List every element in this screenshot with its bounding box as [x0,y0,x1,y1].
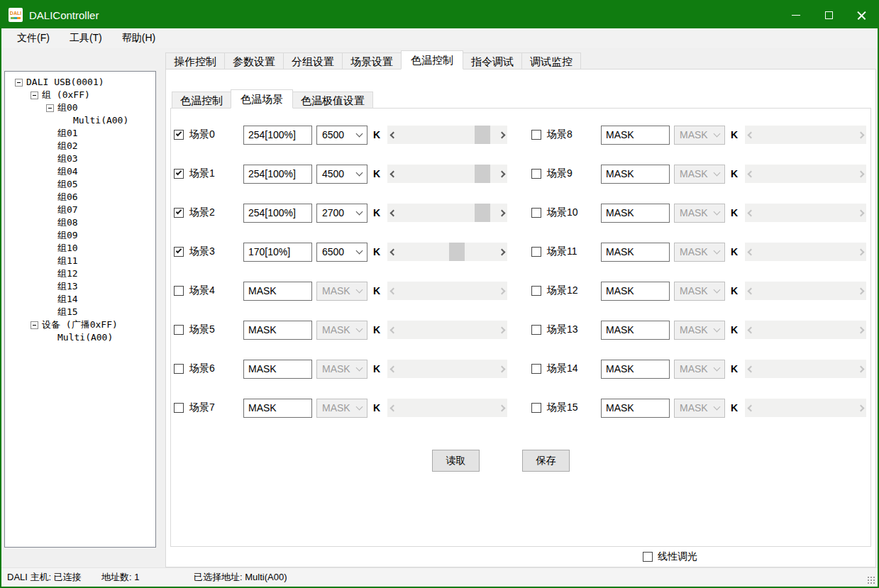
tab-command-debug[interactable]: 指令调试 [463,52,522,70]
tab-operation-control[interactable]: 操作控制 [165,52,225,70]
scene-level-input[interactable] [243,243,312,262]
scene-colortemp-select[interactable]: MASK [674,243,725,262]
scene-colortemp-select[interactable]: 4500 [316,165,367,184]
scene-level-input[interactable] [601,321,670,340]
scrollbar-track[interactable] [399,321,496,339]
scene-level-input[interactable] [243,282,312,301]
scene-enable-checkbox[interactable]: 场景8 [531,128,601,141]
tab-scene-settings[interactable]: 场景设置 [342,52,402,70]
scene-enable-checkbox[interactable]: 场景0 [174,128,243,141]
resize-grip-icon[interactable] [868,577,875,584]
scrollbar-right-button[interactable] [496,204,507,222]
scroll-thumb-handle[interactable] [449,243,465,261]
scrollbar-right-button[interactable] [855,321,866,339]
tree-item[interactable]: 组14 [5,293,155,306]
scrollbar-left-button[interactable] [387,243,399,261]
tree-item[interactable]: 组11 [5,255,155,267]
subtab-color-temp-control[interactable]: 色温控制 [172,91,231,109]
scroll-thumb-handle[interactable] [475,165,490,183]
scrollbar-left-button[interactable] [745,360,756,378]
scrollbar-track[interactable] [399,204,496,222]
device-tree[interactable]: DALI USB(0001)组 (0xFF)组00Multi(A00)组01组0… [4,71,156,548]
tree-item[interactable]: 组13 [5,280,155,293]
scrollbar-track[interactable] [756,165,855,183]
colortemp-scrollbar[interactable] [745,204,866,222]
close-button[interactable] [845,1,878,28]
scene-level-input[interactable] [243,321,312,340]
scene-enable-checkbox[interactable]: 场景2 [174,206,243,219]
colortemp-scrollbar[interactable] [745,282,866,300]
scrollbar-right-button[interactable] [496,321,507,339]
scroll-thumb-handle[interactable] [475,126,490,144]
tree-item[interactable]: DALI USB(0001) [5,76,155,89]
scrollbar-left-button[interactable] [387,204,399,222]
scrollbar-track[interactable] [756,126,855,144]
read-button[interactable]: 读取 [432,450,480,472]
scene-enable-checkbox[interactable]: 场景9 [531,167,601,180]
scrollbar-track[interactable] [756,399,855,417]
colortemp-scrollbar[interactable] [387,360,507,378]
collapse-icon[interactable] [31,91,38,99]
tree-item[interactable]: 组02 [5,140,155,152]
scene-enable-checkbox[interactable]: 场景4 [174,284,243,297]
subtab-color-temp-limits[interactable]: 色温极值设置 [292,91,373,109]
scene-colortemp-select[interactable]: 6500 [316,126,367,145]
scene-enable-checkbox[interactable]: 场景6 [174,362,243,375]
scene-colortemp-select[interactable]: MASK [674,321,725,340]
minimize-button[interactable] [780,1,812,28]
scrollbar-right-button[interactable] [855,282,866,300]
scrollbar-track[interactable] [756,321,855,339]
scrollbar-left-button[interactable] [387,399,399,417]
scene-level-input[interactable] [601,282,670,301]
scene-level-input[interactable] [601,126,670,145]
colortemp-scrollbar[interactable] [387,126,507,144]
scene-enable-checkbox[interactable]: 场景3 [174,245,243,258]
scene-enable-checkbox[interactable]: 场景10 [531,206,601,219]
tree-item[interactable]: 组04 [5,165,155,178]
tree-item[interactable]: 组12 [5,267,155,280]
tree-item[interactable]: 组00 [5,101,155,114]
scene-colortemp-select[interactable]: MASK [674,399,725,418]
tree-item[interactable]: Multi(A00) [5,331,155,344]
tree-item[interactable]: 组 (0xFF) [5,89,155,101]
scrollbar-track[interactable] [399,243,496,261]
scene-colortemp-select[interactable]: MASK [674,360,725,379]
tab-grouping-settings[interactable]: 分组设置 [283,52,343,70]
scrollbar-left-button[interactable] [745,321,756,339]
tab-parameter-settings[interactable]: 参数设置 [224,52,284,70]
scrollbar-right-button[interactable] [855,126,866,144]
tree-item[interactable]: 组15 [5,306,155,318]
collapse-icon[interactable] [31,321,38,329]
scene-colortemp-select[interactable]: MASK [316,282,367,301]
scrollbar-track[interactable] [756,282,855,300]
scene-enable-checkbox[interactable]: 场景15 [531,401,601,414]
scrollbar-left-button[interactable] [745,243,756,261]
scene-level-input[interactable] [243,126,312,145]
save-button[interactable]: 保存 [522,450,570,472]
scrollbar-left-button[interactable] [387,282,399,300]
colortemp-scrollbar[interactable] [387,204,507,222]
colortemp-scrollbar[interactable] [387,399,507,417]
scrollbar-left-button[interactable] [387,321,399,339]
scrollbar-right-button[interactable] [496,126,507,144]
linear-dimming-checkbox[interactable]: 线性调光 [643,550,697,563]
maximize-button[interactable] [812,1,845,28]
scene-level-input[interactable] [601,204,670,223]
tree-item[interactable]: 组07 [5,204,155,216]
scene-enable-checkbox[interactable]: 场景11 [531,245,601,258]
scrollbar-left-button[interactable] [745,165,756,183]
scrollbar-left-button[interactable] [745,126,756,144]
scrollbar-right-button[interactable] [496,282,507,300]
scroll-thumb-handle[interactable] [475,204,490,222]
scene-colortemp-select[interactable]: MASK [674,126,725,145]
collapse-icon[interactable] [46,104,54,112]
scene-enable-checkbox[interactable]: 场景5 [174,323,243,336]
colortemp-scrollbar[interactable] [745,165,866,183]
scrollbar-track[interactable] [756,243,855,261]
scene-enable-checkbox[interactable]: 场景12 [531,284,601,297]
scrollbar-track[interactable] [399,165,496,183]
collapse-icon[interactable] [15,79,23,87]
tree-item[interactable]: 组05 [5,178,155,191]
colortemp-scrollbar[interactable] [387,243,507,261]
scene-colortemp-select[interactable]: MASK [316,321,367,340]
